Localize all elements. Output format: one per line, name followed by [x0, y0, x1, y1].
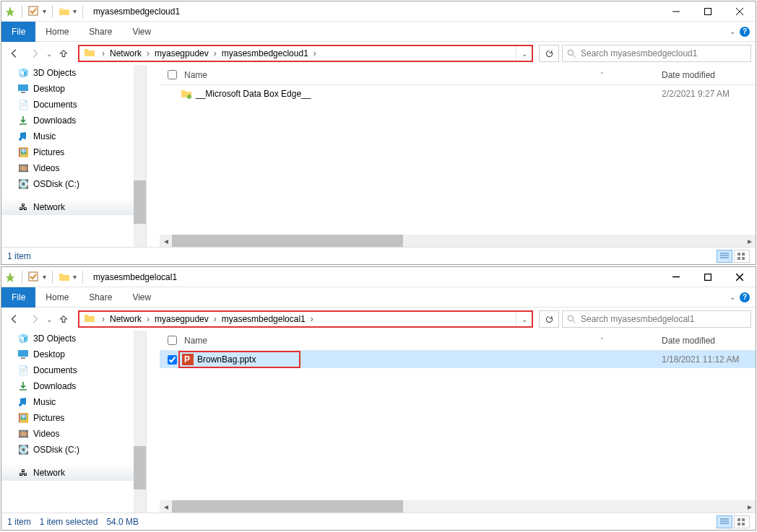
scroll-right-icon[interactable]: ▸ [743, 235, 756, 247]
back-button[interactable] [6, 45, 23, 62]
horizontal-scrollbar[interactable]: ◂ ▸ [160, 500, 756, 513]
breadcrumb[interactable]: › Network› myasegpudev› myasesmbedgeclou… [100, 45, 319, 61]
navigation-pane[interactable]: 🧊3D Objects Desktop 📄Documents Downloads… [1, 65, 146, 247]
properties-check-icon[interactable] [28, 6, 40, 17]
file-list[interactable]: __Microsoft Data Box Edge__ 2/2/2021 9:2… [160, 85, 756, 235]
crumb-network[interactable]: Network [107, 314, 144, 324]
forward-button[interactable] [26, 310, 43, 328]
ribbon-expand-icon[interactable]: ⌄ [730, 27, 735, 35]
titlebar[interactable]: ▾ ▾ myasesmbedgelocal1 [1, 267, 756, 287]
crumb-network[interactable]: Network [107, 48, 144, 58]
file-list[interactable]: P BrownBag.pptx 1/18/2021 11:12 AM [160, 351, 756, 500]
forward-button[interactable] [26, 45, 43, 62]
navpane-scroll-thumb[interactable] [134, 180, 146, 224]
navitem-osdisk[interactable]: 💽OSDisk (C:) [1, 176, 146, 192]
crumb-share[interactable]: myasesmbedgelocal1 [219, 314, 308, 324]
navitem-desktop[interactable]: Desktop [1, 346, 146, 362]
navigation-pane[interactable]: 🧊3D Objects Desktop 📄Documents Downloads… [1, 331, 146, 513]
column-headers[interactable]: Name ˄ Date modified [160, 331, 756, 351]
select-all-checkbox[interactable] [168, 336, 177, 345]
search-box[interactable] [562, 310, 751, 328]
navitem-downloads[interactable]: Downloads [1, 113, 146, 128]
refresh-button[interactable] [539, 45, 559, 62]
minimize-button[interactable] [660, 1, 692, 22]
ribbon-expand-icon[interactable]: ⌄ [730, 293, 735, 301]
scroll-thumb[interactable] [172, 500, 403, 513]
properties-check-icon[interactable] [28, 271, 40, 283]
navitem-network[interactable]: 🖧Network [1, 465, 146, 481]
navitem-music[interactable]: Music [1, 394, 146, 410]
column-headers[interactable]: Name ˄ Date modified [160, 65, 756, 85]
navitem-pictures[interactable]: 🖼️Pictures [1, 410, 146, 426]
breadcrumb[interactable]: › Network› myasegpudev› myasesmbedgeloca… [100, 311, 316, 327]
row-checkbox[interactable] [168, 355, 177, 365]
scroll-thumb[interactable] [172, 235, 403, 247]
tab-home[interactable]: Home [35, 22, 79, 42]
navitem-documents[interactable]: 📄Documents [1, 362, 146, 378]
history-dropdown-icon[interactable]: ▾ [73, 7, 77, 15]
address-bar[interactable]: › Network› myasegpudev› myasesmbedgeclou… [78, 45, 533, 62]
navitem-osdisk[interactable]: 💽OSDisk (C:) [1, 442, 146, 458]
file-row[interactable]: P BrownBag.pptx 1/18/2021 11:12 AM [160, 351, 756, 368]
address-dropdown-icon[interactable]: ⌄ [516, 312, 532, 326]
up-button[interactable] [55, 45, 72, 62]
qat-dropdown-icon[interactable]: ▾ [43, 273, 46, 281]
tab-view[interactable]: View [122, 22, 161, 42]
scroll-right-icon[interactable]: ▸ [743, 500, 756, 513]
navitem-3d-objects[interactable]: 🧊3D Objects [1, 331, 146, 346]
scroll-left-icon[interactable]: ◂ [160, 500, 172, 513]
view-details-button[interactable] [717, 250, 732, 263]
file-row[interactable]: __Microsoft Data Box Edge__ 2/2/2021 9:2… [160, 85, 756, 103]
pin-icon[interactable] [4, 271, 16, 283]
close-button[interactable] [724, 1, 756, 22]
tab-share[interactable]: Share [79, 22, 122, 42]
column-date[interactable]: Date modified [662, 336, 756, 346]
view-large-button[interactable] [734, 250, 750, 263]
refresh-button[interactable] [539, 310, 559, 328]
navitem-documents[interactable]: 📄Documents [1, 97, 146, 113]
sort-ascending-icon[interactable]: ˄ [600, 71, 604, 79]
search-box[interactable] [562, 45, 751, 62]
maximize-button[interactable] [692, 267, 724, 287]
address-dropdown-icon[interactable]: ⌄ [516, 46, 532, 61]
crumb-share[interactable]: myasesmbedgecloud1 [219, 48, 311, 58]
recent-dropdown-icon[interactable]: ⌄ [46, 315, 52, 323]
tab-home[interactable]: Home [35, 287, 79, 308]
crumb-host[interactable]: myasegpudev [152, 314, 212, 324]
qat-dropdown-icon[interactable]: ▾ [43, 7, 46, 15]
view-details-button[interactable] [717, 515, 732, 528]
up-button[interactable] [55, 310, 72, 328]
tab-share[interactable]: Share [79, 287, 122, 308]
navitem-videos[interactable]: 🎞️Videos [1, 160, 146, 176]
titlebar[interactable]: ▾ ▾ myasesmbedgecloud1 [1, 1, 756, 22]
address-bar[interactable]: › Network› myasegpudev› myasesmbedgeloca… [78, 310, 533, 328]
column-date[interactable]: Date modified [662, 70, 756, 80]
column-name[interactable]: Name [180, 70, 600, 80]
recent-dropdown-icon[interactable]: ⌄ [46, 50, 52, 58]
search-input[interactable] [581, 48, 746, 58]
view-large-button[interactable] [734, 515, 750, 528]
crumb-host[interactable]: myasegpudev [152, 48, 212, 58]
navitem-network[interactable]: 🖧Network [1, 199, 146, 215]
scroll-left-icon[interactable]: ◂ [160, 235, 172, 247]
select-all-checkbox[interactable] [168, 70, 177, 79]
navitem-music[interactable]: Music [1, 128, 146, 144]
search-input[interactable] [581, 314, 746, 324]
sort-ascending-icon[interactable]: ˄ [600, 337, 604, 344]
navpane-scroll-thumb[interactable] [134, 446, 146, 489]
tab-file[interactable]: File [1, 287, 35, 308]
maximize-button[interactable] [692, 1, 724, 22]
navitem-desktop[interactable]: Desktop [1, 81, 146, 97]
navitem-3d-objects[interactable]: 🧊3D Objects [1, 65, 146, 81]
close-button[interactable] [724, 267, 756, 287]
navitem-downloads[interactable]: Downloads [1, 378, 146, 394]
tab-view[interactable]: View [122, 287, 161, 308]
tab-file[interactable]: File [1, 22, 35, 42]
column-name[interactable]: Name [180, 336, 600, 346]
back-button[interactable] [6, 310, 23, 328]
help-icon[interactable]: ? [740, 292, 750, 302]
pin-icon[interactable] [4, 6, 16, 17]
navitem-pictures[interactable]: 🖼️Pictures [1, 144, 146, 160]
history-dropdown-icon[interactable]: ▾ [73, 273, 77, 281]
help-icon[interactable]: ? [740, 27, 750, 37]
